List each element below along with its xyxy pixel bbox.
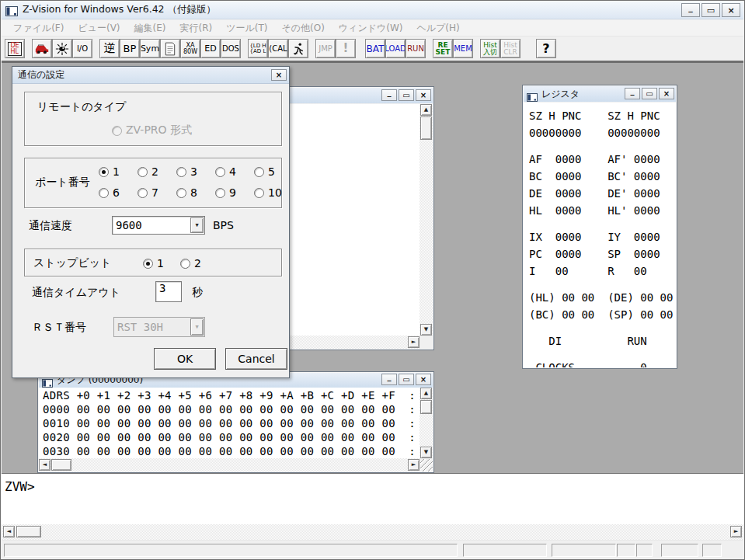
radio-icon[interactable]	[254, 188, 264, 198]
toolbar-go-car-icon[interactable]	[32, 39, 52, 58]
toolbar-bat-button[interactable]: BAT	[365, 39, 385, 58]
radio-icon[interactable]	[215, 167, 225, 177]
port-option-6[interactable]: 6	[99, 186, 120, 199]
toolbar-hist-clear-button[interactable]: HistCLR	[500, 39, 520, 58]
scroll-down-icon[interactable]: ▼	[420, 447, 432, 458]
toolbar-source-document-icon[interactable]	[160, 39, 180, 58]
horizontal-scroll-thumb[interactable]	[16, 526, 41, 537]
toolbar-ld-ad-button[interactable]: {LD H{AD L	[248, 39, 268, 58]
speed-combobox[interactable]: 9600 ▼	[112, 216, 205, 235]
menu-help[interactable]: ヘルプ(H)	[409, 20, 466, 37]
port-option-5[interactable]: 5	[254, 165, 275, 178]
toolbar-step-runner-icon[interactable]	[288, 39, 308, 58]
console-horizontal-scrollbar[interactable]: ◄ ►	[2, 524, 743, 540]
scroll-right-icon[interactable]: ►	[408, 459, 419, 471]
maximize-button[interactable]: ▭	[642, 88, 657, 99]
cancel-button[interactable]: Cancel	[225, 348, 287, 370]
port-option-3[interactable]: 3	[176, 165, 197, 178]
port-option-1[interactable]: 1	[99, 165, 120, 178]
toolbar-hist-toggle-button[interactable]: Hist入切	[480, 39, 500, 58]
minimize-button[interactable]: _	[381, 374, 397, 385]
radio-icon[interactable]	[99, 188, 109, 198]
toolbar-mem-button[interactable]: MEM	[453, 39, 473, 58]
close-button[interactable]: ×	[416, 374, 431, 385]
dialog-close-button[interactable]: ×	[271, 69, 287, 81]
toolbar-reverse-assemble-button[interactable]: 逆	[99, 39, 120, 58]
scroll-up-icon[interactable]: ▲	[420, 104, 432, 116]
ok-button[interactable]: OK	[154, 348, 216, 370]
register-line: BC 0000 BC' 0000	[529, 168, 676, 185]
stop-bit-option-2[interactable]: 2	[180, 257, 201, 270]
stop-bit-option-1[interactable]: 1	[143, 257, 164, 270]
toolbar-call-button[interactable]: (CAL	[268, 39, 288, 58]
vertical-scroll-thumb[interactable]	[420, 400, 432, 414]
scroll-right-icon[interactable]: ►	[730, 526, 742, 537]
toolbar-load-button[interactable]: LOAD	[385, 39, 406, 58]
menu-view[interactable]: ビュー(V)	[71, 20, 127, 37]
radio-icon[interactable]	[176, 188, 186, 198]
radio-icon[interactable]	[143, 259, 153, 269]
horizontal-scroll-thumb[interactable]	[51, 459, 71, 471]
vertical-scrollbar[interactable]: ▲ ▼	[419, 104, 433, 336]
minimize-button[interactable]: _	[381, 89, 397, 101]
menu-file[interactable]: ファイル(F)	[6, 20, 71, 37]
toolbar-breakpoint-button[interactable]: BP	[120, 39, 140, 58]
status-panel	[636, 544, 653, 557]
radio-icon[interactable]	[138, 188, 148, 198]
menu-other[interactable]: その他(O)	[274, 20, 331, 37]
toolbar-dos-button[interactable]: DOS	[221, 39, 241, 58]
toolbar-io-port-button[interactable]: I/O	[72, 39, 92, 58]
horizontal-scrollbar[interactable]: ◄ ►	[39, 458, 419, 471]
vertical-scrollbar[interactable]: ▲ ▼	[419, 388, 433, 458]
port-option-9[interactable]: 9	[215, 186, 236, 199]
port-option-8[interactable]: 8	[176, 186, 197, 199]
maximize-button[interactable]: ▭	[701, 3, 720, 17]
scroll-up-icon[interactable]: ▲	[420, 388, 432, 399]
scroll-left-icon[interactable]: ◄	[3, 526, 15, 537]
scroll-left-icon[interactable]: ◄	[39, 459, 50, 471]
radio-icon[interactable]	[176, 167, 186, 177]
menu-edit[interactable]: 編集(E)	[127, 20, 173, 37]
menu-window[interactable]: ウィンドウ(W)	[332, 20, 410, 37]
toolbar-reset-button[interactable]: RESET	[433, 39, 453, 58]
close-button[interactable]: ×	[416, 89, 431, 101]
radio-icon[interactable]	[180, 259, 190, 269]
menu-tools[interactable]: ツール(T)	[219, 20, 274, 37]
dialog-title-bar[interactable]: 通信の設定	[12, 67, 289, 84]
scroll-right-icon[interactable]: ►	[408, 336, 419, 348]
toolbar-run-button[interactable]: RUN	[406, 39, 426, 58]
close-button[interactable]: ×	[659, 88, 674, 99]
minimize-button[interactable]: _	[625, 88, 640, 99]
radio-icon[interactable]	[138, 167, 148, 177]
port-option-10[interactable]: 10	[254, 186, 282, 199]
vertical-scroll-thumb[interactable]	[420, 117, 432, 140]
stop-bit-label: ストップビット	[33, 256, 111, 270]
toolbar-watch-eye-icon[interactable]	[52, 39, 72, 58]
toolbar-help-button[interactable]: ?	[536, 39, 556, 58]
menu-run[interactable]: 実行(R)	[172, 20, 219, 37]
resize-grip[interactable]	[420, 459, 433, 471]
maximize-button[interactable]: ▭	[399, 89, 414, 101]
toolbar-xa-80w-button[interactable]: XA80W	[180, 39, 200, 58]
maximize-button[interactable]: ▭	[399, 374, 414, 385]
dump-line: 0030 00 00 00 00 00 00 00 00 00 00 00 00…	[43, 444, 419, 458]
toolbar-exchange-dehl-button[interactable]: DEHL	[5, 39, 25, 58]
command-console[interactable]: ZVW>	[2, 473, 743, 524]
scroll-down-icon[interactable]: ▼	[420, 324, 432, 336]
minimize-button[interactable]: _	[681, 3, 700, 17]
toolbar-stop-exclaim-button[interactable]: !	[336, 39, 356, 58]
register-line	[529, 280, 676, 289]
toolbar-symbol-button[interactable]: Sym	[140, 39, 160, 58]
combo-dropdown-icon[interactable]: ▼	[190, 217, 204, 233]
radio-icon[interactable]	[215, 188, 225, 198]
port-option-7[interactable]: 7	[138, 186, 158, 199]
title-bar[interactable]: Z-Vision for Windows Ver6.42 （付録版） _ ▭ ×	[2, 1, 743, 19]
toolbar-editor-button[interactable]: ED	[200, 39, 221, 58]
toolbar-jump-button[interactable]: JMP	[315, 39, 336, 58]
port-option-4[interactable]: 4	[215, 165, 236, 178]
radio-icon[interactable]	[254, 167, 264, 177]
radio-icon[interactable]	[99, 167, 109, 177]
timeout-input[interactable]: 3	[155, 281, 182, 302]
port-option-2[interactable]: 2	[138, 165, 158, 178]
close-button[interactable]: ×	[722, 3, 740, 17]
